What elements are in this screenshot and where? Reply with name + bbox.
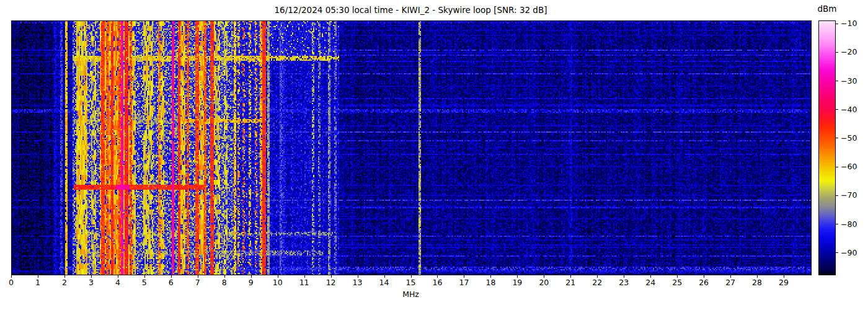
- x-tick-label: 12: [321, 278, 342, 287]
- x-tick-label: 4: [107, 278, 128, 287]
- plot-title: 16/12/2024 05:30 local time - KIWI_2 - S…: [11, 4, 810, 16]
- x-tick-label: 17: [453, 278, 474, 287]
- colorbar-tick-label: −30: [841, 76, 866, 86]
- colorbar-tick: [835, 167, 838, 167]
- x-tick-label: 0: [1, 278, 22, 287]
- x-tick-label: 20: [533, 278, 554, 287]
- colorbar-tick-label: −90: [841, 248, 866, 257]
- x-tick-label: 9: [241, 278, 262, 287]
- colorbar-tick-label: −70: [841, 190, 866, 200]
- colorbar-tick-label: −40: [841, 105, 866, 114]
- colorbar-tick: [835, 24, 838, 24]
- x-axis-label: MHz: [11, 290, 810, 299]
- x-tick-label: 26: [693, 278, 714, 287]
- x-tick-label: 29: [773, 278, 794, 287]
- x-tick-label: 25: [666, 278, 688, 287]
- x-tick-label: 3: [81, 278, 102, 287]
- x-tick-label: 1: [27, 278, 48, 287]
- x-tick-label: 8: [214, 278, 235, 287]
- x-tick-label: 13: [347, 278, 368, 287]
- colorbar-tick-label: −60: [841, 162, 866, 171]
- x-tick-label: 21: [560, 278, 581, 287]
- x-tick-label: 7: [187, 278, 208, 287]
- colorbar-tick: [835, 252, 838, 253]
- colorbar: [818, 20, 836, 275]
- x-tick-label: 28: [746, 278, 768, 287]
- colorbar-tick-label: −80: [841, 219, 866, 229]
- colorbar-tick: [835, 109, 838, 110]
- x-tick-label: 24: [640, 278, 661, 287]
- x-tick-label: 27: [720, 278, 741, 287]
- colorbar-tick: [835, 138, 838, 138]
- colorbar-unit-label: dBm: [813, 4, 841, 14]
- x-tick-label: 22: [587, 278, 608, 287]
- spectrogram-figure: 16/12/2024 05:30 local time - KIWI_2 - S…: [0, 0, 868, 310]
- colorbar-tick: [835, 81, 838, 81]
- x-tick-label: 16: [427, 278, 448, 287]
- colorbar-tick: [835, 195, 838, 196]
- colorbar-tick-label: −20: [841, 47, 866, 56]
- x-tick-label: 15: [401, 278, 422, 287]
- x-tick-label: 5: [134, 278, 155, 287]
- plot-area: [11, 20, 812, 275]
- x-tick-label: 6: [161, 278, 182, 287]
- x-tick-label: 10: [267, 278, 288, 287]
- x-tick-label: 18: [480, 278, 501, 287]
- colorbar-tick-label: −10: [841, 19, 866, 28]
- spectrogram-canvas: [12, 21, 811, 275]
- x-tick-label: 19: [507, 278, 528, 287]
- colorbar-tick: [835, 52, 838, 53]
- x-tick-label: 11: [294, 278, 315, 287]
- x-tick-label: 23: [613, 278, 634, 287]
- colorbar-tick: [835, 224, 838, 224]
- x-tick-label: 14: [374, 278, 395, 287]
- colorbar-tick-label: −50: [841, 133, 866, 143]
- x-tick-label: 2: [54, 278, 75, 287]
